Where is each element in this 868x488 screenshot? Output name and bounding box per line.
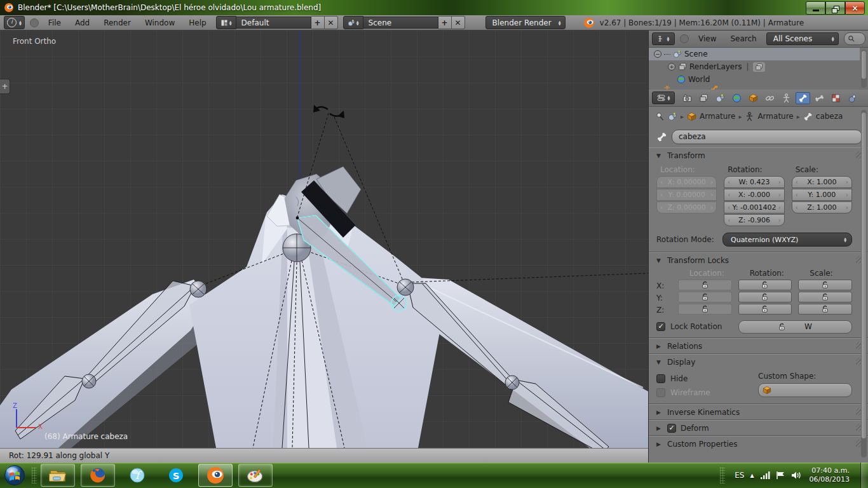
taskbar-fl-button[interactable]: f <box>121 464 154 486</box>
add-layout-button[interactable]: + <box>311 16 325 29</box>
collapse-icon[interactable]: − <box>654 50 661 58</box>
tab-render-layers[interactable] <box>696 92 711 104</box>
show-desktop-button[interactable] <box>860 463 868 488</box>
scene-name[interactable]: Scene <box>363 17 438 29</box>
expand-icon[interactable]: + <box>668 63 675 71</box>
volume-icon[interactable] <box>791 471 801 480</box>
breadcrumb-armature[interactable]: Armature <box>757 112 793 121</box>
outliner-item-world[interactable]: World <box>649 73 860 86</box>
lock-location-y[interactable] <box>678 292 732 302</box>
panel-transform-locks-header[interactable]: ▼ Transform Locks <box>649 253 868 268</box>
tab-scene[interactable] <box>713 92 728 104</box>
rotation-w-field[interactable]: W: 0.423 <box>724 176 784 188</box>
panel-ik-header[interactable]: ▶ Inverse Kinematics <box>649 405 868 419</box>
start-button[interactable] <box>1 463 28 487</box>
outliner-search-input[interactable] <box>844 32 865 45</box>
outliner-filter-dropdown[interactable]: All Scenes ▲▼ <box>766 32 839 45</box>
toolshelf-expand-tab[interactable]: + <box>0 79 10 94</box>
pin-icon[interactable] <box>655 112 665 121</box>
lock-scale-z[interactable] <box>798 304 852 315</box>
properties-type-selector[interactable]: ▲▼ <box>652 92 675 104</box>
lock-rotation-y[interactable] <box>738 292 792 302</box>
taskbar-blender-button[interactable] <box>198 464 233 487</box>
outliner-menu-view[interactable]: View <box>694 34 721 43</box>
tab-world[interactable] <box>729 92 744 104</box>
outliner-scrollbar[interactable] <box>861 50 867 88</box>
tab-render[interactable] <box>680 92 695 104</box>
panel-deform-header[interactable]: ▶ ✓ Deform <box>649 421 868 435</box>
custom-shape-field[interactable] <box>758 383 852 397</box>
renderlayer-badge[interactable] <box>753 62 765 72</box>
tab-texture[interactable] <box>829 92 843 104</box>
rotation-mode-dropdown[interactable]: Quaternion (WXYZ) ▲▼ <box>722 233 852 247</box>
scene-icon-button[interactable]: ▲▼ <box>343 16 363 29</box>
viewport-header[interactable]: Rot: 129.91 along global Y <box>0 448 648 463</box>
wireframe-checkbox[interactable]: ✓ <box>656 388 665 397</box>
panel-relations-header[interactable]: ▶ Relations <box>649 339 868 353</box>
outliner-item-scene[interactable]: − Scene <box>649 48 860 60</box>
scale-y-field[interactable]: Y: 1.000 <box>792 189 852 201</box>
panel-custom-properties-header[interactable]: ▶ Custom Properties <box>649 437 868 451</box>
action-center-flag-icon[interactable] <box>776 471 785 480</box>
menu-window[interactable]: Window <box>140 18 179 27</box>
screen-layout-icon-button[interactable]: ▲▼ <box>216 16 236 29</box>
hide-checkbox[interactable]: ✓ <box>656 374 665 383</box>
scale-z-field[interactable]: Z: 1.000 <box>792 201 852 214</box>
rotation-x-field[interactable]: X: -0.000 <box>724 189 784 201</box>
language-indicator[interactable]: ES <box>735 471 744 480</box>
tab-physics[interactable] <box>845 92 860 104</box>
menu-render[interactable]: Render <box>99 18 135 27</box>
location-x-field[interactable]: X: 0.00000 <box>656 176 717 188</box>
lock-scale-x[interactable] <box>798 280 852 290</box>
tab-constraints[interactable] <box>763 92 777 104</box>
taskbar-explorer-button[interactable] <box>41 464 75 487</box>
menu-add[interactable]: Add <box>71 18 94 27</box>
collapse-menus-icon[interactable] <box>680 34 689 43</box>
clock[interactable]: 07:40 a.m. 06/08/2013 <box>810 466 850 484</box>
minimize-button[interactable] <box>806 1 825 15</box>
breadcrumb-bone[interactable]: cabeza <box>816 112 843 121</box>
lock-scale-y[interactable] <box>798 292 852 302</box>
outliner-type-selector[interactable]: ▲▼ <box>652 32 675 45</box>
screen-layout-name[interactable]: Default <box>236 17 311 29</box>
location-z-field[interactable]: Z: 0.00000 <box>656 201 717 214</box>
menu-help[interactable]: Help <box>184 18 210 27</box>
outliner-item-renderlayers[interactable]: + RenderLayers | <box>649 60 860 73</box>
bone-name-input[interactable]: cabeza <box>672 130 862 144</box>
viewport-3d[interactable]: Front Ortho + (68) Armature cabeza Z X <box>0 30 648 448</box>
scrollbar-thumb[interactable] <box>862 112 866 438</box>
lock-location-x[interactable] <box>678 280 732 290</box>
close-button[interactable]: × <box>845 1 865 15</box>
restore-button[interactable] <box>825 1 845 15</box>
scrollbar-thumb[interactable] <box>862 51 866 79</box>
tab-bone-constraints[interactable] <box>812 92 827 104</box>
delete-layout-button[interactable]: ✕ <box>325 16 338 29</box>
hidden-icons-chevron-icon[interactable]: ▲ <box>750 473 754 478</box>
taskbar-firefox-button[interactable] <box>81 464 115 487</box>
outliner-menu-search[interactable]: Search <box>726 34 761 43</box>
lock-rotation-w-button[interactable]: W <box>738 320 852 334</box>
taskbar-skype-button[interactable]: S <box>159 464 193 486</box>
menu-file[interactable]: File <box>44 18 65 27</box>
editor-type-selector[interactable]: i ▲▼ <box>4 16 25 29</box>
tab-bone[interactable] <box>796 92 810 104</box>
tab-object[interactable] <box>746 92 761 104</box>
lock-rotation-checkbox[interactable]: ✓ <box>656 322 665 331</box>
breadcrumb-object[interactable]: Armature <box>700 112 735 121</box>
add-scene-button[interactable]: + <box>438 16 452 29</box>
lock-location-z[interactable] <box>678 304 732 315</box>
tab-armature-data[interactable] <box>779 92 794 104</box>
network-icon[interactable] <box>760 471 770 480</box>
deform-checkbox[interactable]: ✓ <box>667 424 676 433</box>
location-y-field[interactable]: Y: 0.00000 <box>656 189 717 201</box>
rotation-y-field[interactable]: Y: -0.001402 <box>724 201 784 214</box>
delete-scene-button[interactable]: ✕ <box>452 16 465 29</box>
panel-display-header[interactable]: ▼ Display <box>649 355 868 369</box>
properties-scrollbar[interactable] <box>861 110 867 458</box>
scale-x-field[interactable]: X: 1.000 <box>792 176 852 188</box>
render-engine-selector[interactable]: Blender Render ▲▼ <box>485 16 566 29</box>
rotation-z-field[interactable]: Z: -0.906 <box>724 214 784 226</box>
taskbar-paint-button[interactable] <box>238 464 273 487</box>
lock-rotation-x[interactable] <box>738 280 792 290</box>
lock-rotation-z[interactable] <box>738 304 792 315</box>
